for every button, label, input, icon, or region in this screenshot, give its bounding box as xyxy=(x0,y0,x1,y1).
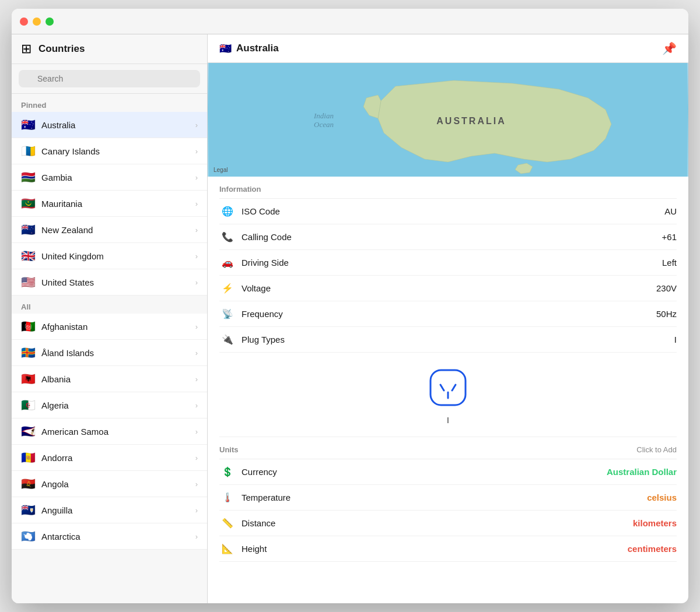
flag-united-kingdom: 🇬🇧 xyxy=(21,249,36,263)
click-to-add[interactable]: Click to Add xyxy=(636,445,677,454)
frequency-value: 50Hz xyxy=(656,309,677,319)
info-row-voltage: ⚡ Voltage 230V xyxy=(219,276,677,301)
name-albania: Albania xyxy=(41,374,195,384)
sidebar-item-american-samoa[interactable]: 🇦🇸 American Samoa › xyxy=(12,418,207,445)
sidebar-item-algeria[interactable]: 🇩🇿 Algeria › xyxy=(12,392,207,418)
units-header: Units Click to Add xyxy=(219,437,677,459)
iso-value: AU xyxy=(664,206,677,216)
sidebar-toggle-icon[interactable]: ⊞ xyxy=(21,41,32,57)
flag-antarctica: 🇦🇶 xyxy=(21,529,36,543)
maximize-button[interactable] xyxy=(46,17,54,26)
name-mauritania: Mauritania xyxy=(41,199,195,209)
currency-icon: 💲 xyxy=(219,466,236,477)
distance-label: Distance xyxy=(242,518,633,528)
flag-aland-islands: 🇦🇽 xyxy=(21,346,36,360)
sidebar-item-new-zealand[interactable]: 🇳🇿 New Zealand › xyxy=(12,217,207,243)
sidebar-item-antarctica[interactable]: 🇦🇶 Antarctica › xyxy=(12,523,207,550)
right-panel: 🇦🇺 Australia 📌 xyxy=(208,34,688,603)
all-section-label: All xyxy=(12,296,207,314)
voltage-icon: ⚡ xyxy=(219,283,236,294)
flag-afghanistan: 🇦🇫 xyxy=(21,319,36,333)
detail-flag: 🇦🇺 xyxy=(219,43,232,55)
flag-gambia: 🇬🇲 xyxy=(21,170,36,184)
voltage-label: Voltage xyxy=(242,283,656,293)
driving-label: Driving Side xyxy=(242,258,662,268)
sidebar-item-canary-islands[interactable]: 🇮🇨 Canary Islands › xyxy=(12,138,207,164)
chevron-anguilla: › xyxy=(195,506,198,515)
chevron-australia: › xyxy=(195,121,198,129)
minimize-button[interactable] xyxy=(33,17,41,26)
height-label: Height xyxy=(242,544,628,554)
map-container: Indian Ocean AUSTRALIA Legal xyxy=(208,63,688,177)
info-section: Information 🌐 ISO Code AU 📞 Calling Code… xyxy=(208,177,688,562)
name-antarctica: Antarctica xyxy=(41,532,195,541)
search-wrapper: 🔍 xyxy=(19,70,200,87)
sidebar-item-aland-islands[interactable]: 🇦🇽 Åland Islands › xyxy=(12,340,207,366)
flag-australia: 🇦🇺 xyxy=(21,118,36,132)
distance-icon: 📏 xyxy=(219,518,236,529)
sidebar-item-anguilla[interactable]: 🇦🇮 Anguilla › xyxy=(12,497,207,523)
search-input[interactable] xyxy=(19,70,200,87)
temperature-value[interactable]: celsius xyxy=(647,493,677,502)
info-section-title: Information xyxy=(219,177,677,199)
globe-icon: 🌐 xyxy=(219,206,236,217)
flag-albania: 🇦🇱 xyxy=(21,372,36,386)
chevron-aland-islands: › xyxy=(195,349,198,357)
pin-icon[interactable]: 📌 xyxy=(662,41,677,55)
name-canary-islands: Canary Islands xyxy=(41,146,195,156)
info-row-iso: 🌐 ISO Code AU xyxy=(219,199,677,224)
sidebar-item-albania[interactable]: 🇦🇱 Albania › xyxy=(12,366,207,392)
chevron-canary-islands: › xyxy=(195,147,198,156)
sidebar-header: ⊞ Countries xyxy=(12,34,207,64)
plug-visual: I xyxy=(219,353,677,437)
chevron-andorra: › xyxy=(195,453,198,462)
name-united-states: United States xyxy=(41,277,195,287)
temperature-label: Temperature xyxy=(242,493,647,502)
chevron-united-states: › xyxy=(195,278,198,287)
chevron-albania: › xyxy=(195,375,198,384)
ocean-label: Indian xyxy=(313,111,334,120)
pinned-section-label: Pinned xyxy=(12,94,207,112)
svg-line-3 xyxy=(440,385,444,391)
info-row-frequency: 📡 Frequency 50Hz xyxy=(219,301,677,327)
chevron-mauritania: › xyxy=(195,199,198,208)
name-united-kingdom: United Kingdom xyxy=(41,251,195,261)
sidebar-item-united-states[interactable]: 🇺🇸 United States › xyxy=(12,269,207,296)
plug-type-svg xyxy=(425,364,471,411)
sidebar-list: Pinned 🇦🇺 Australia › 🇮🇨 Canary Islands … xyxy=(12,94,207,603)
units-section-title: Units xyxy=(219,445,239,454)
close-button[interactable] xyxy=(20,17,28,26)
distance-value[interactable]: kilometers xyxy=(633,518,677,528)
svg-line-4 xyxy=(452,385,456,391)
chevron-american-samoa: › xyxy=(195,427,198,436)
height-value[interactable]: centimeters xyxy=(628,544,677,554)
currency-value[interactable]: Australian Dollar xyxy=(607,467,677,477)
flag-andorra: 🇦🇩 xyxy=(21,451,36,465)
sidebar-item-united-kingdom[interactable]: 🇬🇧 United Kingdom › xyxy=(12,243,207,269)
plug-type-label: I xyxy=(447,416,449,425)
sidebar-item-australia[interactable]: 🇦🇺 Australia › xyxy=(12,112,207,138)
plug-icon: 🔌 xyxy=(219,334,236,345)
sidebar-item-andorra[interactable]: 🇦🇩 Andorra › xyxy=(12,445,207,471)
sidebar-item-afghanistan[interactable]: 🇦🇫 Afghanistan › xyxy=(12,314,207,340)
car-icon: 🚗 xyxy=(219,257,236,268)
plug-value: I xyxy=(674,335,677,344)
traffic-lights xyxy=(20,17,54,26)
sidebar-item-gambia[interactable]: 🇬🇲 Gambia › xyxy=(12,164,207,191)
chevron-algeria: › xyxy=(195,401,198,410)
map-country-label: AUSTRALIA xyxy=(436,116,506,126)
flag-angola: 🇦🇴 xyxy=(21,477,36,491)
name-afghanistan: Afghanistan xyxy=(41,322,195,332)
map-legal[interactable]: Legal xyxy=(214,167,228,173)
chevron-gambia: › xyxy=(195,173,198,182)
sidebar-item-angola[interactable]: 🇦🇴 Angola › xyxy=(12,471,207,497)
app-window: ⊞ Countries 🔍 Pinned 🇦🇺 Australia › xyxy=(12,9,688,603)
search-container: 🔍 xyxy=(12,64,207,94)
voltage-value: 230V xyxy=(656,283,677,293)
main-content: ⊞ Countries 🔍 Pinned 🇦🇺 Australia › xyxy=(12,34,688,603)
sidebar-item-mauritania[interactable]: 🇲🇷 Mauritania › xyxy=(12,191,207,217)
units-row-temperature: 🌡️ Temperature celsius xyxy=(219,485,677,511)
detail-header: 🇦🇺 Australia 📌 xyxy=(208,34,688,63)
name-aland-islands: Åland Islands xyxy=(41,348,195,358)
chevron-united-kingdom: › xyxy=(195,252,198,261)
